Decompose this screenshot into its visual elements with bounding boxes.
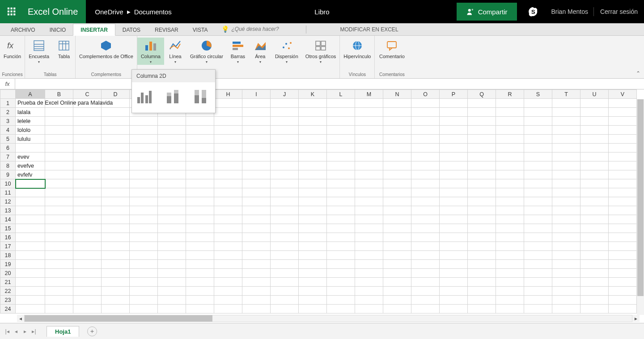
cell[interactable] <box>609 170 637 179</box>
cell[interactable] <box>327 287 355 296</box>
row-header[interactable]: 3 <box>0 117 16 126</box>
cell[interactable] <box>130 135 158 144</box>
cell[interactable] <box>524 251 552 260</box>
cell[interactable] <box>271 135 299 144</box>
cell[interactable] <box>214 206 242 215</box>
cell[interactable]: evfefv <box>16 170 45 179</box>
cell[interactable] <box>524 188 552 197</box>
cell[interactable] <box>552 117 580 126</box>
cell[interactable] <box>186 305 214 314</box>
cell[interactable] <box>440 215 468 224</box>
select-all-corner[interactable] <box>0 90 16 99</box>
cell[interactable] <box>327 179 355 188</box>
cell[interactable] <box>102 170 130 179</box>
cell[interactable] <box>158 153 186 161</box>
cell[interactable] <box>355 278 383 287</box>
cell[interactable] <box>383 269 411 278</box>
cell[interactable] <box>327 296 355 305</box>
cell[interactable] <box>580 135 609 144</box>
cell[interactable] <box>271 161 299 170</box>
cell[interactable] <box>158 260 186 269</box>
cell[interactable] <box>468 153 496 161</box>
cell[interactable] <box>73 269 102 278</box>
cell[interactable] <box>158 117 186 126</box>
cell[interactable] <box>552 161 580 170</box>
cell[interactable] <box>242 108 271 117</box>
cell[interactable] <box>102 135 130 144</box>
tab-datos[interactable]: DATOS <box>115 24 148 35</box>
cell[interactable] <box>440 179 468 188</box>
column-header[interactable]: T <box>552 90 580 99</box>
cell[interactable] <box>468 188 496 197</box>
survey-button[interactable]: Encuesta ▾ <box>25 38 53 65</box>
cell[interactable] <box>102 278 130 287</box>
cell[interactable] <box>411 108 440 117</box>
cell[interactable] <box>383 179 411 188</box>
cell[interactable] <box>271 224 299 233</box>
cell[interactable] <box>524 126 552 135</box>
cell[interactable] <box>355 144 383 153</box>
cell[interactable] <box>271 242 299 251</box>
cell[interactable] <box>411 260 440 269</box>
pie-chart-button[interactable]: Gráfico circular ▾ <box>186 38 227 65</box>
cell[interactable] <box>130 305 158 314</box>
cell[interactable] <box>552 269 580 278</box>
cell[interactable] <box>524 215 552 224</box>
cell[interactable] <box>45 117 73 126</box>
cell[interactable] <box>186 179 214 188</box>
cell[interactable] <box>186 260 214 269</box>
cell[interactable] <box>609 144 637 153</box>
cell[interactable] <box>411 278 440 287</box>
cell[interactable] <box>186 251 214 260</box>
cell[interactable] <box>130 251 158 260</box>
cell[interactable] <box>524 135 552 144</box>
cell[interactable] <box>242 206 271 215</box>
cell[interactable] <box>73 153 102 161</box>
cell[interactable] <box>299 278 327 287</box>
cell[interactable] <box>16 215 45 224</box>
cell[interactable] <box>496 197 524 206</box>
row-header[interactable]: 23 <box>0 296 16 305</box>
cell[interactable]: lelele <box>16 117 45 126</box>
row-header[interactable]: 15 <box>0 224 16 233</box>
cell[interactable] <box>242 296 271 305</box>
row-header[interactable]: 4 <box>0 126 16 135</box>
cell[interactable] <box>440 135 468 144</box>
cell[interactable] <box>411 206 440 215</box>
column-header[interactable]: V <box>609 90 637 99</box>
sheet-nav-last-icon[interactable]: ▸| <box>30 328 38 335</box>
cell[interactable] <box>102 117 130 126</box>
cell[interactable] <box>214 260 242 269</box>
cell[interactable] <box>102 260 130 269</box>
cell[interactable] <box>158 305 186 314</box>
cell[interactable] <box>45 188 73 197</box>
cell[interactable] <box>468 305 496 314</box>
cell[interactable] <box>16 242 45 251</box>
cell[interactable] <box>580 117 609 126</box>
cell[interactable] <box>327 170 355 179</box>
column-header[interactable]: R <box>496 90 524 99</box>
cell[interactable] <box>383 206 411 215</box>
sheet-nav-next-icon[interactable]: ▸ <box>21 328 30 335</box>
cell[interactable] <box>186 242 214 251</box>
cell[interactable] <box>73 242 102 251</box>
cell[interactable] <box>102 188 130 197</box>
cell[interactable] <box>299 161 327 170</box>
cell[interactable] <box>383 197 411 206</box>
cell[interactable] <box>411 135 440 144</box>
cell[interactable] <box>299 296 327 305</box>
cell[interactable] <box>580 170 609 179</box>
cell[interactable] <box>468 126 496 135</box>
cell[interactable] <box>411 126 440 135</box>
cell[interactable] <box>299 260 327 269</box>
cell[interactable] <box>130 170 158 179</box>
cell[interactable] <box>130 179 158 188</box>
cell[interactable] <box>383 153 411 161</box>
row-header[interactable]: 22 <box>0 287 16 296</box>
cell[interactable] <box>552 126 580 135</box>
cell[interactable] <box>411 251 440 260</box>
cell[interactable] <box>355 161 383 170</box>
cell[interactable] <box>242 179 271 188</box>
cell[interactable] <box>299 108 327 117</box>
cell[interactable] <box>186 126 214 135</box>
